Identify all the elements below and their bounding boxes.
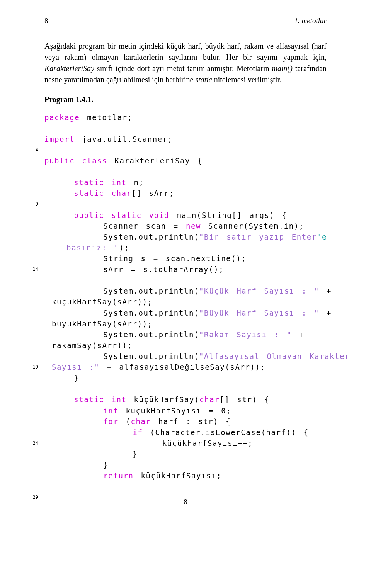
footer-page-number: 8: [44, 496, 327, 507]
code-text: System.out.println(: [103, 352, 199, 360]
code-text: Scanner scan =: [103, 222, 186, 230]
line-number: 24: [26, 438, 38, 449]
code-text: main(String[] args) {: [169, 211, 287, 219]
para-italic-main: main(): [272, 64, 293, 73]
code-block: 4 9 14 19 24 29 package metotlar; import…: [26, 112, 327, 481]
header-page-number: 8: [44, 15, 48, 26]
kw-char: char: [131, 417, 151, 426]
program-label: Program 1.4.1.: [44, 94, 327, 105]
para-italic-class: KarakterleriSay: [44, 64, 94, 73]
para-italic-static: static: [195, 75, 212, 84]
kw-public-class: public class: [44, 156, 107, 165]
code-text: System.out.println(: [103, 233, 199, 241]
code-text: sArr = s.toCharArray();: [103, 265, 224, 274]
kw-static-int: static int: [74, 178, 126, 187]
para-text: Aşağıdaki program bir metin içindeki küç…: [44, 42, 327, 61]
kw-public-static-void: public static void: [74, 211, 169, 219]
string-literal: "Bir satır yazıp Enter: [199, 233, 317, 241]
para-text: nitelemesi verilmiştir.: [212, 75, 281, 84]
code-content: package metotlar; import java.util.Scann…: [26, 112, 327, 481]
string-literal: "Küçük Harf Sayısı : ": [199, 287, 319, 295]
code-text: küçükHarfSayısı = 0;: [118, 406, 231, 415]
kw-if: if: [133, 428, 143, 437]
code-text: küçükHarfSay(: [127, 395, 200, 404]
string-literal: "Büyük Harf Sayısı : ": [199, 309, 319, 317]
line-number: 29: [26, 492, 38, 503]
code-text: n;: [127, 178, 144, 187]
kw-for: for: [103, 417, 118, 426]
code-text: KarakterleriSay {: [107, 156, 203, 165]
kw-package: package: [44, 113, 80, 122]
code-text: }: [103, 461, 108, 469]
code-text: }: [133, 450, 138, 458]
string-literal: basınız: ": [44, 243, 119, 252]
code-text: [] str) {: [220, 395, 269, 404]
kw-int: int: [103, 406, 118, 415]
code-text: + alfasayısalDeğilseSay(sArr));: [99, 363, 265, 371]
line-number: 9: [26, 199, 38, 209]
line-number: 4: [26, 144, 38, 155]
kw-new: new: [186, 222, 201, 230]
line-number: 19: [26, 362, 38, 372]
char-literal: 'e: [317, 233, 327, 241]
code-text: System.out.println(: [103, 330, 199, 339]
page-container: 8 1. metotlar Aşağıdaki program bir meti…: [0, 0, 371, 588]
code-text: System.out.println(: [103, 287, 199, 295]
code-text: System.out.println(: [103, 309, 199, 317]
header-section-title: 1. metotlar: [294, 15, 327, 26]
code-text: Scanner(System.in);: [201, 222, 304, 230]
code-text: java.util.Scanner;: [75, 135, 173, 143]
kw-static-char: static char: [74, 189, 131, 197]
code-text: (: [118, 417, 131, 426]
code-text: (Character.isLowerCase(harf)) {: [143, 428, 309, 437]
code-text: metotlar;: [80, 113, 132, 122]
para-text: sınıfı içinde dört ayrı metot tanımlanmı…: [94, 64, 272, 73]
line-number-gutter: 4 9 14 19 24 29: [26, 112, 38, 503]
kw-return: return: [103, 471, 133, 480]
code-text: String s = scan.nextLine();: [103, 254, 246, 263]
kw-import: import: [44, 135, 75, 143]
line-number: 14: [26, 264, 38, 275]
code-text: [] sArr;: [132, 189, 174, 197]
running-header: 8 1. metotlar: [44, 15, 327, 27]
code-text: küçükHarfSayısı;: [134, 471, 222, 480]
code-text: }: [74, 374, 79, 382]
string-literal: "Rakam Sayısı : ": [199, 330, 292, 339]
code-text: );: [119, 243, 129, 252]
kw-static-int: static int: [74, 395, 126, 404]
code-text: küçükHarfSayısı++;: [162, 439, 253, 447]
kw-char: char: [199, 395, 220, 404]
code-text: harf : str) {: [151, 417, 231, 426]
intro-paragraph: Aşağıdaki program bir metin içindeki küç…: [44, 41, 327, 85]
